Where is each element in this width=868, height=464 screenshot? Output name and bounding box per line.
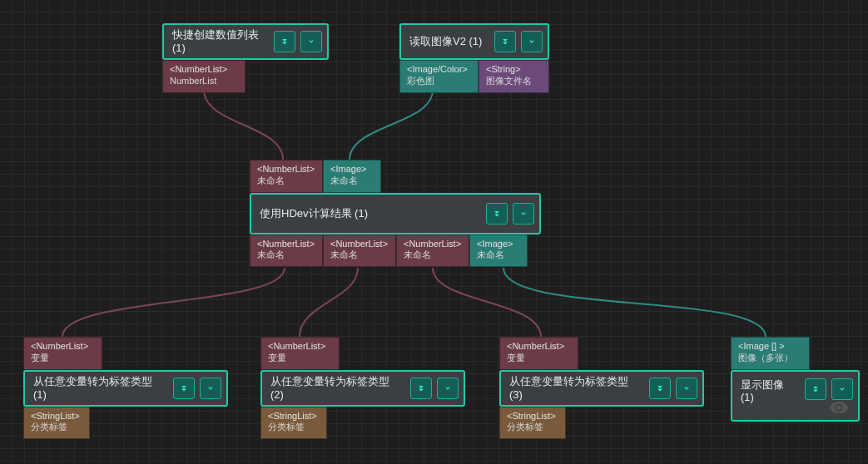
port-in-numberlist[interactable]: <NumberList> 未命名 [250, 160, 323, 193]
output-ports: <StringList> 分类标签 [499, 407, 704, 440]
port-out-numberlist-1[interactable]: <NumberList> 未命名 [323, 234, 396, 268]
node-title: 显示图像 (1) [741, 378, 800, 404]
node-quick-create[interactable]: 快捷创建数值列表 (1) <NumberList> NumberList [162, 23, 329, 93]
collapse-icon[interactable] [410, 378, 432, 399]
port-in-variable[interactable]: <NumberList> 变量 [499, 337, 578, 370]
collapse-icon[interactable] [494, 31, 516, 52]
node-hdev[interactable]: <NumberList> 未命名 <Image> 未命名 使用HDev计算结果 … [250, 160, 541, 267]
node-convert-1[interactable]: <NumberList> 变量 从任意变量转为标签类型 (1) <StringL… [23, 337, 228, 439]
node-header[interactable]: 读取图像V2 (1) [399, 23, 549, 60]
collapse-icon[interactable] [274, 31, 295, 52]
node-convert-2[interactable]: <NumberList> 变量 从任意变量转为标签类型 (2) <StringL… [260, 337, 465, 439]
node-header[interactable]: 从任意变量转为标签类型 (3) [499, 370, 704, 407]
node-title: 使用HDev计算结果 (1) [260, 207, 481, 220]
port-in-variable[interactable]: <NumberList> 变量 [23, 337, 102, 370]
download-icon[interactable] [831, 378, 853, 400]
output-ports: <StringList> 分类标签 [260, 407, 465, 440]
output-ports: <StringList> 分类标签 [23, 407, 228, 440]
port-numberlist[interactable]: <NumberList> NumberList [162, 60, 246, 93]
download-icon[interactable] [513, 203, 534, 225]
port-in-imagearray[interactable]: <Image [] > 图像（多张） [731, 337, 810, 370]
eye-icon [830, 402, 848, 413]
node-canvas[interactable]: 快捷创建数值列表 (1) <NumberList> NumberList 读取图… [0, 0, 868, 464]
output-ports: <NumberList> NumberList [162, 60, 329, 93]
port-out-image[interactable]: <Image> 未命名 [469, 234, 528, 268]
port-out-numberlist-2[interactable]: <NumberList> 未命名 [396, 234, 469, 268]
input-ports: <NumberList> 变量 [499, 337, 704, 370]
node-header[interactable]: 使用HDev计算结果 (1) [250, 193, 541, 234]
collapse-icon[interactable] [805, 378, 826, 400]
node-convert-3[interactable]: <NumberList> 变量 从任意变量转为标签类型 (3) <StringL… [499, 337, 704, 439]
download-icon[interactable] [437, 378, 459, 399]
node-title: 从任意变量转为标签类型 (3) [509, 375, 644, 401]
node-title: 从任意变量转为标签类型 (2) [270, 375, 405, 401]
port-image-color[interactable]: <Image/Color> 彩色图 [399, 60, 479, 93]
node-title: 读取图像V2 (1) [409, 35, 489, 48]
input-ports: <Image [] > 图像（多张） [731, 337, 860, 370]
download-icon[interactable] [521, 31, 543, 52]
output-ports: <Image/Color> 彩色图 <String> 图像文件名 [399, 60, 549, 93]
port-out-numberlist-0[interactable]: <NumberList> 未命名 [250, 234, 323, 268]
input-ports: <NumberList> 未命名 <Image> 未命名 [250, 160, 541, 193]
port-string[interactable]: <String> 图像文件名 [479, 60, 549, 93]
node-header[interactable]: 快捷创建数值列表 (1) [162, 23, 329, 60]
port-out-stringlist[interactable]: <StringList> 分类标签 [23, 407, 90, 440]
input-ports: <NumberList> 变量 [23, 337, 228, 370]
node-show-image[interactable]: <Image [] > 图像（多张） 显示图像 (1) [731, 337, 860, 422]
collapse-icon[interactable] [486, 203, 508, 225]
port-out-stringlist[interactable]: <StringList> 分类标签 [499, 407, 566, 440]
node-title: 快捷创建数值列表 (1) [172, 28, 269, 54]
port-in-image[interactable]: <Image> 未命名 [323, 160, 381, 193]
input-ports: <NumberList> 变量 [260, 337, 465, 370]
collapse-icon[interactable] [173, 378, 195, 399]
download-icon[interactable] [300, 31, 322, 52]
output-ports: <NumberList> 未命名 <NumberList> 未命名 <Numbe… [250, 234, 541, 268]
node-header[interactable]: 从任意变量转为标签类型 (2) [260, 370, 465, 407]
port-out-stringlist[interactable]: <StringList> 分类标签 [260, 407, 327, 440]
node-header[interactable]: 显示图像 (1) [731, 370, 860, 422]
node-title: 从任意变量转为标签类型 (1) [33, 375, 168, 401]
collapse-icon[interactable] [649, 378, 671, 399]
node-read-image[interactable]: 读取图像V2 (1) <Image/Color> 彩色图 <String> 图像… [399, 23, 549, 93]
download-icon[interactable] [676, 378, 697, 399]
download-icon[interactable] [200, 378, 221, 399]
port-in-variable[interactable]: <NumberList> 变量 [260, 337, 340, 370]
node-header[interactable]: 从任意变量转为标签类型 (1) [23, 370, 228, 407]
